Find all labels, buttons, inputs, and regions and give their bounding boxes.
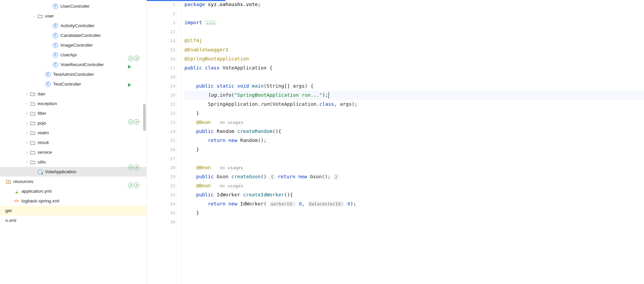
gutter-line-25[interactable]: 25: [147, 136, 175, 145]
code-line-21[interactable]: SpringApplication.run(VoteApplication.cl…: [184, 100, 644, 109]
tree-item-userapi[interactable]: CUserApi: [0, 50, 146, 60]
tree-item-usercontroller[interactable]: CUserController: [0, 1, 146, 11]
tree-item-testcontroller[interactable]: CTestController: [0, 79, 146, 89]
tree-item-realm[interactable]: ›realm: [0, 128, 146, 138]
gutter-line-13[interactable]: 13: [147, 27, 175, 36]
gutter-line-24[interactable]: 24: [147, 127, 175, 136]
code-editor[interactable]: 123›1314151617181920212223242526272829›3…: [147, 0, 644, 284]
tree-item-user[interactable]: ⌄user: [0, 11, 146, 21]
code-line-1[interactable]: package xyz.oahoushs.vote;: [184, 0, 644, 9]
tree-item-n-xml[interactable]: n.xml: [0, 216, 146, 225]
chevron-right-icon[interactable]: ›: [24, 121, 30, 125]
gutter-line-35[interactable]: 35: [147, 208, 175, 218]
gutter-line-15[interactable]: 15: [147, 45, 175, 54]
fold-icon[interactable]: ›: [178, 21, 180, 30]
code-line-17[interactable]: public class VoteApplication {: [184, 63, 644, 73]
gutter-line-19[interactable]: 19: [147, 82, 175, 91]
gutter-line-33[interactable]: 33: [147, 190, 175, 199]
tree-item-result[interactable]: ›result: [0, 138, 146, 147]
gutter-line-36[interactable]: 36: [147, 218, 175, 227]
tree-item-exception[interactable]: ›exception: [0, 99, 146, 108]
tree-item-label: realm: [38, 130, 49, 135]
gutter-line-16[interactable]: 16: [147, 54, 175, 63]
tree-item-get[interactable]: get: [0, 206, 146, 216]
tree-item-filter[interactable]: ›filter: [0, 108, 146, 118]
code-line-16[interactable]: @SpringBootApplication: [184, 54, 644, 63]
project-tree[interactable]: CUserController⌄userCActivityControllerC…: [0, 0, 147, 284]
tree-item-candidatecontroller[interactable]: CCandidateController: [0, 31, 146, 40]
bean-gutter-icon[interactable]: [128, 164, 139, 170]
code-line-14[interactable]: @Slf4j: [184, 36, 644, 45]
chevron-right-icon[interactable]: ›: [24, 131, 30, 135]
gutter-line-20[interactable]: 20: [147, 91, 175, 100]
editor-gutter[interactable]: 123›1314151617181920212223242526272829›3…: [147, 0, 182, 284]
class-icon: C: [52, 62, 58, 68]
code-line-22[interactable]: }: [184, 109, 644, 118]
tree-item-voteapplication[interactable]: VoteApplication: [0, 167, 146, 177]
gutter-line-17[interactable]: 17: [147, 63, 175, 73]
tree-item-service[interactable]: ›service: [0, 147, 146, 157]
tree-item-dao[interactable]: ›dao: [0, 89, 146, 99]
tree-item-utils[interactable]: ›utils: [0, 157, 146, 167]
tree-item-voterecordcontroller[interactable]: CVoteRecordController: [0, 60, 146, 69]
code-line-2[interactable]: [184, 9, 644, 18]
gutter-line-23[interactable]: 23: [147, 118, 175, 127]
folder-icon: [30, 91, 36, 97]
code-line-35[interactable]: }: [184, 208, 644, 218]
sidebar-scrollbar[interactable]: [143, 104, 146, 131]
gutter-line-14[interactable]: 14: [147, 36, 175, 45]
gutter-line-32[interactable]: 32: [147, 181, 175, 190]
code-line-18[interactable]: [184, 73, 644, 82]
run-icon[interactable]: [128, 65, 131, 69]
bean-gutter-icon[interactable]: [128, 56, 139, 61]
gutter-line-2[interactable]: 2: [147, 9, 175, 18]
gutter-line-26[interactable]: 26: [147, 145, 175, 154]
editor-code-area[interactable]: package xyz.oahoushs.vote;import ...@Slf…: [182, 0, 644, 284]
chevron-right-icon[interactable]: ›: [24, 102, 30, 105]
gutter-line-29[interactable]: 29›: [147, 172, 175, 181]
bean-gutter-icon[interactable]: [128, 183, 139, 188]
code-line-28[interactable]: @Bean no usages: [184, 163, 644, 172]
chevron-right-icon[interactable]: ›: [24, 160, 30, 164]
code-line-32[interactable]: @Bean no usages: [184, 181, 644, 190]
code-line-25[interactable]: return new Random();: [184, 136, 644, 145]
tree-item-testadmincontroller[interactable]: CTestAdminController: [0, 69, 146, 79]
code-line-26[interactable]: }: [184, 145, 644, 154]
gutter-line-1[interactable]: 1: [147, 0, 175, 9]
code-line-29[interactable]: public Gson createGson() { return new Gs…: [184, 172, 644, 181]
chevron-right-icon[interactable]: ›: [24, 111, 30, 115]
code-line-34[interactable]: return new IdWorker( workerId: 0, datace…: [184, 199, 644, 208]
tree-item-activitycontroller[interactable]: CActivityController: [0, 21, 146, 31]
code-line-33[interactable]: public IdWorker createIdWorker(){: [184, 190, 644, 199]
gutter-line-22[interactable]: 22: [147, 109, 175, 118]
tree-item-resources[interactable]: resources: [0, 177, 146, 186]
fold-icon[interactable]: ›: [178, 175, 180, 184]
gutter-line-27[interactable]: 27: [147, 154, 175, 163]
chevron-down-icon[interactable]: ⌄: [32, 14, 37, 18]
code-line-13[interactable]: [184, 27, 644, 36]
chevron-right-icon[interactable]: ›: [24, 92, 30, 96]
tree-item-label: logback-spring.xml: [22, 198, 59, 203]
code-line-24[interactable]: public Random createRandom(){: [184, 127, 644, 136]
code-line-23[interactable]: @Bean no usages: [184, 118, 644, 127]
gutter-line-3[interactable]: 3›: [147, 18, 175, 27]
code-line-19[interactable]: public static void main(String[] args) {: [184, 82, 644, 91]
code-line-20[interactable]: log.info("SpringBootApplication run...")…: [184, 91, 644, 100]
tree-item-logback-spring-xml[interactable]: </>logback-spring.xml: [0, 196, 146, 206]
tree-item-imagecontroller[interactable]: CImageController: [0, 40, 146, 50]
code-line-36[interactable]: [184, 218, 644, 227]
chevron-right-icon[interactable]: ›: [24, 141, 30, 144]
code-line-27[interactable]: [184, 154, 644, 163]
tree-item-pojo[interactable]: ›pojo: [0, 118, 146, 128]
folder-icon: [30, 110, 36, 116]
code-line-3[interactable]: import ...: [184, 18, 644, 27]
run-icon[interactable]: [128, 83, 131, 87]
bean-gutter-icon[interactable]: [128, 119, 139, 125]
gutter-line-18[interactable]: 18: [147, 73, 175, 82]
gutter-line-21[interactable]: 21: [147, 100, 175, 109]
code-line-15[interactable]: @EnableSwagger2: [184, 45, 644, 54]
tree-item-application-yml[interactable]: application.yml: [0, 186, 146, 196]
gutter-line-28[interactable]: 28: [147, 163, 175, 172]
gutter-line-34[interactable]: 34: [147, 199, 175, 208]
chevron-right-icon[interactable]: ›: [24, 150, 30, 154]
